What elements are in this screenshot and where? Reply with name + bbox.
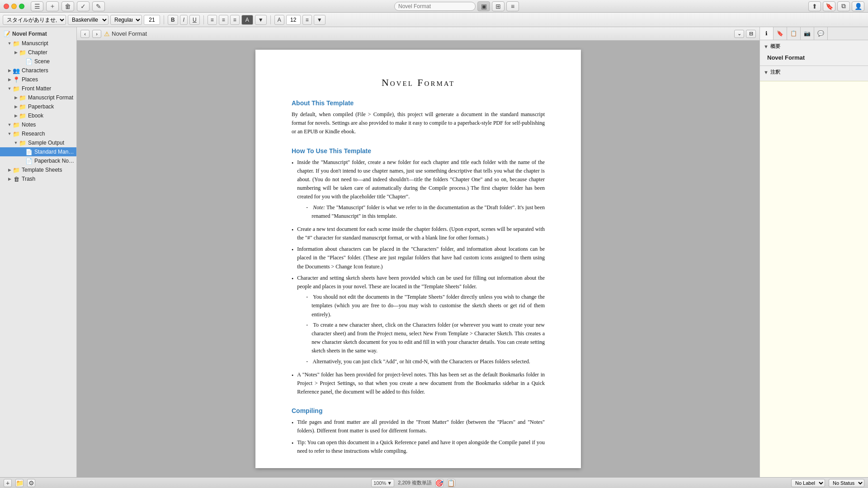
sidebar-item-chapter[interactable]: ▶ 📁 Chapter — [0, 48, 76, 57]
view-grid-icon[interactable]: ⊞ — [492, 1, 505, 11]
bold-button[interactable]: B — [168, 15, 178, 25]
doc-header-right: ⌄ ⊟ — [734, 30, 756, 38]
title-search[interactable] — [394, 2, 476, 11]
sidebar-item-manuscript[interactable]: ▼ 📁 Manuscript — [0, 39, 76, 48]
sub-text-4a: You should not edit the documents in the… — [311, 293, 545, 319]
doc-area: ‹ › ⚠ Novel Format ⌄ ⊟ Novel Format — [77, 27, 760, 477]
share-icon[interactable]: ⬆ — [808, 1, 821, 11]
font-select[interactable]: Baskerville — [68, 15, 108, 25]
split-view-button[interactable]: ⊟ — [746, 30, 756, 38]
align-left-button[interactable]: ≡ — [208, 15, 217, 25]
sidebar-right-icon[interactable]: ⧉ — [837, 1, 850, 11]
sub-bullet-1: - Note: The "Manuscript" folder is what … — [297, 203, 545, 221]
underline-button[interactable]: U — [189, 15, 200, 25]
sample-output-icon: 📁 — [19, 139, 26, 146]
nav-forward-button[interactable]: › — [92, 30, 101, 38]
statusbar-settings-button[interactable]: ⚙ — [27, 479, 35, 487]
sidebar-item-places[interactable]: ▶ 📍 Places — [0, 75, 76, 84]
weight-select[interactable]: Regular — [110, 15, 142, 25]
section-heading-about: About This Template — [292, 99, 545, 107]
sidebar-item-trash[interactable]: ▶ 🗑 Trash — [0, 174, 76, 183]
separator1 — [164, 15, 164, 24]
check-icon[interactable]: ✓ — [77, 1, 90, 11]
sub-dot-4b: - — [306, 321, 308, 356]
sidebar-item-standard-manuscript[interactable]: 📄 Standard Manuscript — [0, 147, 76, 156]
statusbar-add-button[interactable]: + — [4, 479, 12, 487]
sidebar-item-paperback-novel[interactable]: 📄 Paperback Novel — [0, 156, 76, 165]
research-label: Research — [22, 131, 45, 137]
titlebar-right: ⬆ 🔖 ⧉ 👤 — [808, 1, 864, 11]
inspector-tab-bookmark[interactable]: 🔖 — [774, 27, 787, 40]
font-size-input[interactable] — [144, 15, 160, 25]
inspector-tab-comments[interactable]: 💬 — [814, 27, 828, 40]
bullet-content-3: Information about characters can be plac… — [297, 245, 545, 271]
delete-icon[interactable]: 🗑 — [61, 1, 74, 11]
zoom-control[interactable]: 100% ▼ — [371, 479, 394, 487]
bullet-item-5: • A "Notes" folder has been provided for… — [292, 371, 545, 397]
template-sheets-arrow: ▶ — [6, 168, 13, 172]
line-spacing-input[interactable] — [286, 15, 301, 25]
maximize-btn[interactable] — [19, 4, 24, 9]
breadcrumb-expand-button[interactable]: ⌄ — [734, 30, 744, 38]
align-right-button[interactable]: ≡ — [230, 15, 240, 25]
inspector-notes-area[interactable] — [760, 81, 868, 477]
target-icon[interactable]: 🎯 — [435, 479, 443, 487]
manuscript-arrow: ▼ — [6, 41, 13, 46]
edit-icon[interactable]: ✎ — [92, 1, 105, 11]
nav-back-button[interactable]: ‹ — [80, 30, 90, 38]
sidebar-item-frontmatter[interactable]: ▼ 📁 Front Matter — [0, 84, 76, 93]
style-select[interactable]: スタイルがありません — [3, 15, 66, 25]
bookmark-icon[interactable]: 🔖 — [823, 1, 835, 11]
view-single-icon[interactable]: ▣ — [477, 1, 490, 11]
sidebar-item-research[interactable]: ▼ 📁 Research — [0, 129, 76, 138]
user-icon[interactable]: 👤 — [852, 1, 864, 11]
align-center-button[interactable]: ≡ — [219, 15, 228, 25]
chapter-label: Chapter — [28, 49, 47, 56]
titlebar-center: ▣ ⊞ ≡ — [394, 1, 519, 11]
sub-bullet-item-4a: - You should not edit the documents in t… — [306, 293, 545, 319]
inspector-doc-title: Novel Format — [764, 52, 864, 63]
trash-label: Trash — [22, 176, 35, 182]
color-button[interactable]: ▼ — [255, 15, 267, 25]
doc-scroll[interactable]: Novel Format About This Template By defa… — [77, 41, 760, 477]
minimize-btn[interactable] — [11, 4, 17, 9]
characters-icon: 👥 — [13, 67, 20, 74]
statusbar-folder-button[interactable]: 📁 — [15, 479, 24, 487]
sidebar-item-sample-output[interactable]: ▼ 📁 Sample Output — [0, 138, 76, 147]
sidebar-item-notes[interactable]: ▼ 📁 Notes — [0, 120, 76, 129]
summary-collapse-icon[interactable]: ▼ — [764, 44, 769, 49]
view-list-icon[interactable]: ≡ — [506, 1, 519, 11]
inspector-tab-meta[interactable]: 📋 — [787, 27, 801, 40]
sidebar-toggle-icon[interactable]: ☰ — [31, 1, 43, 11]
sidebar-item-scene[interactable]: 📄 Scene — [0, 57, 76, 66]
sample-output-label: Sample Output — [28, 140, 64, 146]
inspector-tab-snapshot[interactable]: 📷 — [801, 27, 814, 40]
label-select[interactable]: No Label — [791, 479, 825, 487]
sub-bullet-4: - You should not edit the documents in t… — [297, 293, 545, 366]
zoom-chevron: ▼ — [387, 480, 392, 486]
paperback-arrow: ▶ — [13, 104, 19, 109]
highlight-button[interactable]: A — [241, 15, 253, 25]
sidebar-item-characters[interactable]: ▶ 👥 Characters — [0, 66, 76, 75]
inspector-toggle[interactable]: 📋 — [447, 479, 455, 487]
text-color-button[interactable]: A — [274, 15, 284, 25]
status-select[interactable]: No Status — [829, 479, 864, 487]
sidebar-item-paperback[interactable]: ▶ 📁 Paperback — [0, 102, 76, 111]
sub-text-1a: Note: The "Manuscript" folder is what we… — [311, 203, 545, 221]
list-dropdown-button[interactable]: ▼ — [314, 15, 326, 25]
notes-collapse-icon[interactable]: ▼ — [764, 70, 769, 75]
statusbar-left: + 📁 ⚙ — [4, 479, 35, 487]
list-button[interactable]: ≡ — [302, 15, 312, 25]
add-icon[interactable]: ＋ — [46, 1, 59, 11]
sub-dot-1a: - — [306, 203, 308, 221]
manuscript-icon: 📁 — [13, 40, 20, 47]
sidebar-item-manuscript-format[interactable]: ▶ 📁 Manuscript Format — [0, 93, 76, 102]
chapter-arrow: ▶ — [13, 50, 19, 55]
inspector-tab-info[interactable]: ℹ — [760, 27, 774, 40]
sidebar-item-template-sheets[interactable]: ▶ 📁 Template Sheets — [0, 165, 76, 174]
zoom-value: 100% — [373, 480, 386, 486]
italic-button[interactable]: I — [180, 15, 188, 25]
close-btn[interactable] — [4, 4, 9, 9]
sidebar: 📝 Novel Format ▼ 📁 Manuscript ▶ 📁 Chapte… — [0, 27, 77, 477]
sidebar-item-ebook[interactable]: ▶ 📁 Ebook — [0, 111, 76, 120]
